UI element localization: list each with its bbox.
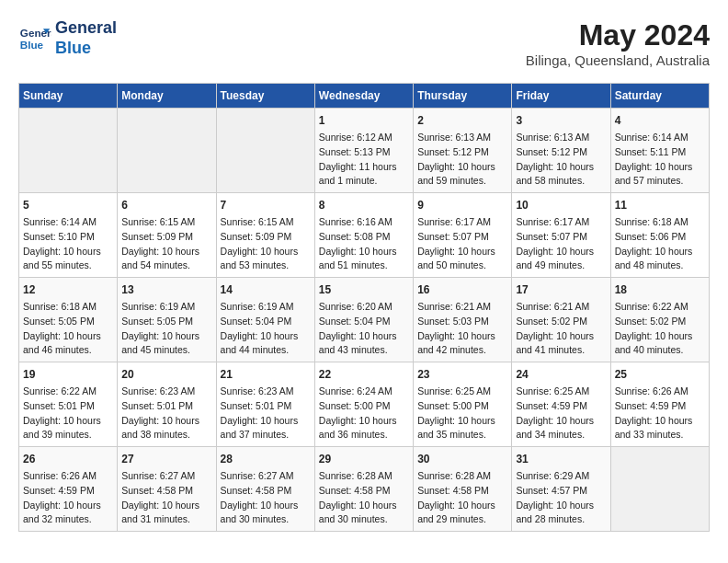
day-info: Sunrise: 6:27 AM (221, 469, 311, 484)
day-info: Sunset: 5:01 PM (23, 399, 113, 414)
day-info: Sunset: 5:07 PM (417, 230, 507, 245)
day-info: and 1 minute. (319, 174, 409, 189)
day-number: 1 (319, 112, 409, 129)
day-number: 27 (121, 451, 211, 467)
day-info: Daylight: 10 hours (23, 414, 113, 429)
day-number: 9 (417, 197, 507, 213)
day-info: Sunset: 4:59 PM (23, 484, 113, 499)
calendar-weekday-header: Thursday (414, 84, 512, 109)
day-number: 26 (23, 451, 113, 467)
day-number: 7 (221, 197, 311, 213)
day-info: Sunrise: 6:12 AM (319, 131, 409, 145)
day-info: and 39 minutes. (23, 428, 113, 442)
day-info: Daylight: 10 hours (516, 414, 606, 429)
day-info: Sunset: 5:04 PM (221, 315, 311, 329)
day-number: 15 (319, 282, 409, 298)
day-number: 24 (516, 366, 606, 383)
day-info: Sunrise: 6:22 AM (23, 385, 113, 399)
day-info: Daylight: 10 hours (615, 245, 705, 259)
calendar-cell: 23Sunrise: 6:25 AMSunset: 5:00 PMDayligh… (414, 362, 512, 447)
day-info: Daylight: 11 hours (319, 160, 409, 175)
day-number: 28 (221, 451, 311, 467)
day-info: and 54 minutes. (121, 259, 211, 273)
day-info: Daylight: 10 hours (121, 245, 211, 259)
calendar-table: SundayMondayTuesdayWednesdayThursdayFrid… (18, 83, 710, 532)
calendar-cell: 27Sunrise: 6:27 AMSunset: 4:58 PMDayligh… (118, 447, 216, 532)
day-info: Daylight: 10 hours (417, 499, 507, 513)
day-info: Daylight: 10 hours (516, 329, 606, 344)
title-block: May 2024 Bilinga, Queensland, Australia (526, 18, 710, 68)
day-number: 22 (319, 366, 409, 383)
calendar-cell: 2Sunrise: 6:13 AMSunset: 5:12 PMDaylight… (414, 109, 512, 193)
day-info: Sunset: 4:58 PM (417, 484, 507, 499)
calendar-cell: 28Sunrise: 6:27 AMSunset: 4:58 PMDayligh… (216, 447, 314, 532)
page-subtitle: Bilinga, Queensland, Australia (526, 52, 710, 68)
day-info: Daylight: 10 hours (319, 329, 409, 344)
day-info: Sunset: 5:12 PM (417, 145, 507, 160)
day-number: 3 (516, 112, 606, 129)
day-info: Sunrise: 6:29 AM (516, 469, 606, 484)
calendar-cell: 5Sunrise: 6:14 AMSunset: 5:10 PMDaylight… (19, 193, 118, 278)
day-info: and 48 minutes. (615, 259, 705, 273)
calendar-cell: 25Sunrise: 6:26 AMSunset: 4:59 PMDayligh… (610, 362, 709, 447)
day-info: Sunrise: 6:15 AM (121, 215, 211, 230)
day-info: Daylight: 10 hours (221, 414, 311, 429)
day-info: Sunrise: 6:14 AM (23, 215, 113, 230)
calendar-cell: 6Sunrise: 6:15 AMSunset: 5:09 PMDaylight… (118, 193, 216, 278)
day-number: 16 (417, 282, 507, 298)
calendar-weekday-header: Tuesday (216, 84, 314, 109)
day-info: Sunset: 5:13 PM (319, 145, 409, 160)
day-info: Sunrise: 6:19 AM (121, 300, 211, 315)
day-info: and 55 minutes. (23, 259, 113, 273)
day-info: Daylight: 10 hours (23, 245, 113, 259)
day-info: Sunset: 5:11 PM (615, 145, 705, 160)
day-info: Daylight: 10 hours (615, 414, 705, 429)
day-info: and 33 minutes. (615, 428, 705, 442)
day-info: Sunrise: 6:17 AM (516, 215, 606, 230)
calendar-week-row: 12Sunrise: 6:18 AMSunset: 5:05 PMDayligh… (19, 278, 710, 362)
day-info: Sunset: 5:04 PM (319, 315, 409, 329)
day-info: Daylight: 10 hours (417, 160, 507, 175)
day-info: Sunrise: 6:15 AM (221, 215, 311, 230)
day-info: Daylight: 10 hours (121, 499, 211, 513)
calendar-weekday-header: Saturday (610, 84, 709, 109)
day-info: Sunset: 5:02 PM (516, 315, 606, 329)
day-info: Daylight: 10 hours (319, 245, 409, 259)
calendar-week-row: 19Sunrise: 6:22 AMSunset: 5:01 PMDayligh… (19, 362, 710, 447)
calendar-cell: 7Sunrise: 6:15 AMSunset: 5:09 PMDaylight… (216, 193, 314, 278)
day-info: Sunrise: 6:21 AM (417, 300, 507, 315)
day-info: Sunset: 4:58 PM (121, 484, 211, 499)
day-info: and 29 minutes. (417, 512, 507, 527)
day-number: 2 (417, 112, 507, 129)
day-info: Sunset: 5:05 PM (23, 315, 113, 329)
svg-text:Blue: Blue (20, 38, 44, 50)
day-info: Daylight: 10 hours (319, 499, 409, 513)
calendar-weekday-header: Monday (118, 84, 216, 109)
day-info: and 46 minutes. (23, 343, 113, 358)
day-info: Daylight: 10 hours (615, 160, 705, 175)
calendar-cell: 12Sunrise: 6:18 AMSunset: 5:05 PMDayligh… (19, 278, 118, 362)
day-info: Sunrise: 6:18 AM (23, 300, 113, 315)
day-info: and 49 minutes. (516, 259, 606, 273)
day-info: and 28 minutes. (516, 512, 606, 527)
day-info: and 42 minutes. (417, 343, 507, 358)
day-info: Sunset: 5:06 PM (615, 230, 705, 245)
day-info: Sunrise: 6:22 AM (615, 300, 705, 315)
day-number: 23 (417, 366, 507, 383)
day-info: Daylight: 10 hours (121, 329, 211, 344)
calendar-cell (118, 109, 216, 193)
day-info: Sunset: 5:08 PM (319, 230, 409, 245)
day-info: Daylight: 10 hours (319, 414, 409, 429)
day-info: and 43 minutes. (319, 343, 409, 358)
day-info: and 30 minutes. (319, 512, 409, 527)
calendar-cell: 4Sunrise: 6:14 AMSunset: 5:11 PMDaylight… (610, 109, 709, 193)
calendar-header-row: SundayMondayTuesdayWednesdayThursdayFrid… (19, 84, 710, 109)
day-info: and 45 minutes. (121, 343, 211, 358)
day-info: Sunset: 4:59 PM (516, 399, 606, 414)
day-info: and 30 minutes. (221, 512, 311, 527)
day-info: Sunrise: 6:13 AM (417, 131, 507, 145)
day-info: and 53 minutes. (221, 259, 311, 273)
calendar-cell (610, 447, 709, 532)
day-info: and 59 minutes. (417, 174, 507, 189)
day-number: 14 (221, 282, 311, 298)
